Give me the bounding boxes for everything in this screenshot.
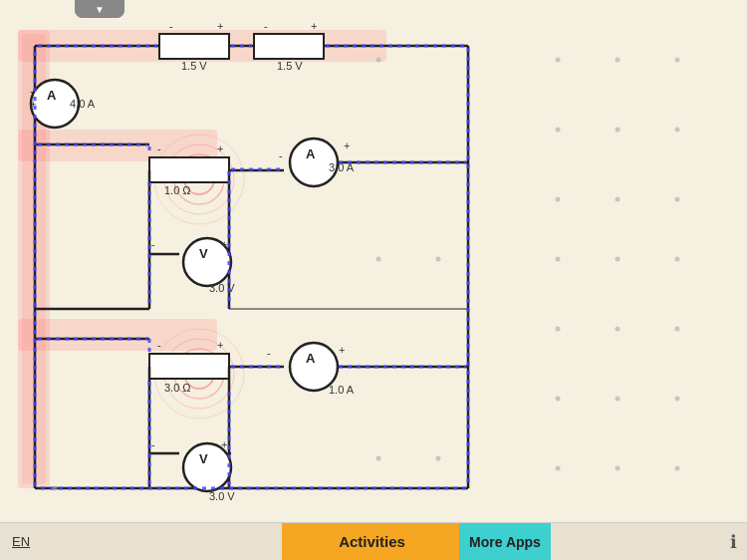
svg-rect-4 <box>18 319 217 351</box>
svg-text:1.5 V: 1.5 V <box>181 60 207 72</box>
bottom-bar: EN Activities More Apps ℹ <box>0 522 747 560</box>
svg-point-101 <box>616 197 621 202</box>
svg-point-111 <box>675 397 680 402</box>
svg-point-112 <box>556 466 561 471</box>
svg-text:V: V <box>199 246 208 261</box>
svg-point-98 <box>616 128 621 133</box>
activities-button[interactable]: Activities <box>282 523 462 561</box>
svg-rect-11 <box>254 34 324 59</box>
svg-text:-: - <box>264 20 268 32</box>
svg-point-114 <box>675 466 680 471</box>
svg-point-105 <box>675 257 680 262</box>
svg-text:-: - <box>157 339 161 351</box>
svg-text:+: + <box>221 238 227 250</box>
more-apps-label: More Apps <box>469 534 541 550</box>
svg-text:A: A <box>306 351 316 366</box>
svg-text:+: + <box>217 339 223 351</box>
svg-point-113 <box>616 466 621 471</box>
svg-point-117 <box>376 456 381 461</box>
svg-point-97 <box>556 128 561 133</box>
svg-text:+: + <box>217 142 223 154</box>
svg-point-120 <box>376 58 381 63</box>
svg-point-107 <box>616 327 621 332</box>
svg-text:+: + <box>339 344 345 356</box>
svg-point-106 <box>556 327 561 332</box>
circuit-area: - + 1.5 V - + 1.5 V A 4.0 A + - - + <box>0 0 747 522</box>
svg-point-109 <box>556 397 561 402</box>
circuit-diagram: - + 1.5 V - + 1.5 V A 4.0 A + - - + <box>0 0 747 522</box>
svg-point-115 <box>376 257 381 262</box>
svg-point-116 <box>436 257 441 262</box>
svg-text:-: - <box>279 149 283 161</box>
svg-rect-29 <box>149 157 229 182</box>
svg-point-119 <box>53 486 58 491</box>
more-apps-button[interactable]: More Apps <box>459 523 551 561</box>
svg-point-108 <box>675 327 680 332</box>
svg-point-95 <box>616 58 621 63</box>
svg-point-102 <box>675 197 680 202</box>
svg-text:1.5 V: 1.5 V <box>277 60 303 72</box>
svg-text:1.0 A: 1.0 A <box>329 384 355 396</box>
svg-text:3.0 V: 3.0 V <box>209 282 235 294</box>
svg-text:-: - <box>169 20 173 32</box>
svg-point-94 <box>556 58 561 63</box>
svg-text:A: A <box>47 88 57 103</box>
svg-text:-: - <box>267 347 271 359</box>
svg-text:3.0 V: 3.0 V <box>209 490 235 502</box>
svg-text:+: + <box>217 20 223 32</box>
svg-point-110 <box>616 397 621 402</box>
svg-text:+: + <box>311 20 317 32</box>
svg-text:+: + <box>344 140 350 151</box>
svg-rect-6 <box>159 34 229 59</box>
dropdown-arrow-button[interactable] <box>75 0 124 18</box>
svg-text:-: - <box>30 85 34 97</box>
svg-text:V: V <box>199 451 208 466</box>
svg-point-104 <box>616 257 621 262</box>
svg-text:4.0 A: 4.0 A <box>70 98 96 110</box>
svg-text:-: - <box>151 238 155 250</box>
svg-point-96 <box>675 58 680 63</box>
svg-text:-: - <box>157 142 161 154</box>
svg-text:+: + <box>221 438 227 450</box>
svg-text:-: - <box>151 438 155 450</box>
svg-point-103 <box>556 257 561 262</box>
svg-point-99 <box>675 128 680 133</box>
svg-rect-56 <box>149 354 229 379</box>
info-icon[interactable]: ℹ <box>730 531 737 553</box>
activities-label: Activities <box>339 533 405 550</box>
language-link[interactable]: EN <box>12 534 30 549</box>
svg-point-118 <box>436 456 441 461</box>
svg-point-100 <box>556 197 561 202</box>
svg-text:3.0 Ω: 3.0 Ω <box>164 382 191 394</box>
svg-text:A: A <box>306 146 316 161</box>
svg-text:1.0 Ω: 1.0 Ω <box>164 184 191 196</box>
